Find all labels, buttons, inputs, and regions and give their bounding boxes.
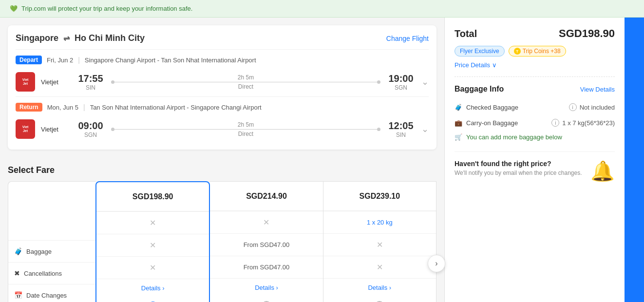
baggage-label: Baggage [26, 248, 52, 255]
return-airline-logo: VietJet [16, 119, 35, 139]
cross-icon-3-1: ✕ [377, 240, 383, 249]
checked-baggage-left: 🧳 Checked Baggage [455, 104, 518, 111]
badges-row: Flyer Exclusive T Trip Coins +38 [455, 46, 615, 57]
fare-cell-2-cancel: From SGD47.00 [210, 233, 322, 256]
baggage-header: Baggage Info View Details [455, 85, 615, 94]
return-arrive-time-block: 12:05 SIN [386, 120, 416, 138]
separator2: | [83, 103, 85, 111]
depart-airline-logo: VietJet [16, 72, 35, 92]
cancellations-label: Cancellations [24, 270, 62, 277]
depart-badge: Depart [16, 56, 42, 64]
return-chevron-button[interactable]: ⌄ [421, 124, 429, 134]
baggage-info-title: Baggage Info [455, 85, 504, 94]
change-flight-button[interactable]: Change Flight [386, 35, 429, 42]
depart-duration: 2h 5m [238, 74, 254, 81]
fare-labels-col: 🧳 Baggage ✖ Cancellations 📅 Date Changes [8, 181, 95, 302]
return-depart-code: SGN [84, 132, 97, 138]
coin-icon: T [514, 48, 521, 55]
return-airports: Tan Son Nhat International Airport - Sin… [90, 104, 262, 111]
fare-next-button[interactable]: › [428, 255, 445, 272]
fare-radio-row-3[interactable] [323, 296, 436, 302]
fare-details-button-3[interactable]: Details › [368, 284, 391, 291]
carryon-baggage-right: i 1 x 7 kg(56*36*23) [551, 119, 615, 127]
depart-airports: Singapore Changi Airport - Tan Son Nhat … [85, 57, 256, 64]
fare-details-row-2: Details › [210, 278, 322, 296]
return-duration: 2h 5m [238, 121, 254, 128]
arrive-time: 19:00 [388, 73, 413, 84]
fare-cell-2-date: From SGD47.00 [210, 256, 322, 278]
depart-chevron-button[interactable]: ⌄ [421, 76, 429, 87]
datechange-icon: 📅 [14, 291, 22, 299]
flight-header: Singapore ⇌ Ho Chi Minh City Change Flig… [16, 33, 429, 43]
fare-details-button-2[interactable]: Details › [255, 284, 278, 291]
fare-cell-2-baggage: ✕ [210, 211, 322, 233]
fare-price-3: SGD239.10 [323, 182, 436, 211]
depart-time-block: 17:55 SIN [76, 73, 105, 91]
fare-cell-3-baggage: 1 x 20 kg [323, 211, 436, 233]
fare-radio-row-1[interactable] [96, 297, 209, 302]
fare-col-3[interactable]: SGD239.10 1 x 20 kg ✕ ✕ Details › [323, 181, 436, 302]
checked-baggage-value: Not included [580, 104, 615, 111]
return-segment: Return Mon, Jun 5 | Tan Son Nhat Interna… [16, 96, 429, 142]
flight-card: Singapore ⇌ Ho Chi Minh City Change Flig… [8, 25, 436, 150]
return-depart-time-block: 09:00 SGN [76, 120, 105, 138]
return-arrive-time: 12:05 [388, 120, 413, 132]
destination-city: Ho Chi Minh City [75, 33, 145, 43]
depart-line-graphic [111, 82, 380, 82]
fare-col-1[interactable]: SGD198.90 ✕ ✕ ✕ Details › [95, 181, 210, 302]
cross-icon-1-1: ✕ [150, 241, 156, 250]
checked-baggage-label: Checked Baggage [466, 104, 518, 111]
arrive-code: SGN [395, 84, 407, 91]
fare-details-button-1[interactable]: Details › [141, 284, 165, 292]
fare-radio-row-2[interactable] [210, 296, 322, 302]
depart-code: SIN [86, 84, 95, 91]
trip-coins-label: Trip Coins +38 [523, 48, 561, 55]
checked-baggage-row: 🧳 Checked Baggage i Not included [455, 99, 615, 115]
fare-cell-3-date: ✕ [323, 256, 436, 278]
add-baggage-icon: 🛒 [455, 133, 462, 141]
carryon-baggage-value: 1 x 7 kg(56*36*23) [562, 119, 615, 127]
fare-price-1: SGD198.90 [96, 182, 209, 211]
fare-cell-1-cancel: ✕ [96, 234, 209, 256]
protection-banner: 💚 Trip.com will protect your trip and ke… [0, 0, 644, 18]
fare-labels-header-spacer [8, 211, 95, 240]
return-flight-line: 2h 5m Direct [111, 121, 380, 137]
depart-segment: Depart Fri, Jun 2 | Singapore Changi Air… [16, 49, 429, 94]
cancellation-icon: ✖ [14, 269, 20, 277]
fare-table: 🧳 Baggage ✖ Cancellations 📅 Date Changes [8, 181, 436, 302]
info-icon-carryon: i [551, 119, 559, 127]
date-changes-label: Date Changes [26, 292, 67, 299]
return-label-row: Return Mon, Jun 5 | Tan Son Nhat Interna… [16, 103, 429, 112]
trip-coins-badge: T Trip Coins +38 [509, 46, 566, 57]
return-date: Mon, Jun 5 [47, 104, 78, 111]
divider-1 [455, 76, 615, 77]
fare-label-datechanges: 📅 Date Changes [8, 284, 95, 302]
select-fare-section: Select Fare 🧳 Baggage ✖ Cancellations 📅 [8, 157, 436, 302]
depart-airline-name: Vietjet [41, 78, 70, 86]
fare-cell-1-baggage: ✕ [96, 211, 209, 234]
accent-bar [625, 18, 644, 302]
fare-details-row-1: Details › [96, 279, 209, 297]
notify-bell-icon: 🔔 [590, 160, 615, 183]
route-arrow-icon: ⇌ [63, 34, 70, 43]
right-panel: Total SGD198.90 Flyer Exclusive T Trip C… [444, 18, 625, 302]
baggage-icon: 🧳 [14, 247, 22, 255]
return-direct: Direct [238, 131, 253, 137]
price-details-label: Price Details [455, 61, 490, 69]
fare-price-2: SGD214.90 [210, 182, 322, 211]
price-details-row[interactable]: Price Details ∨ [455, 61, 615, 69]
route-title: Singapore ⇌ Ho Chi Minh City [16, 33, 145, 43]
return-airline-name: Vietjet [41, 126, 70, 133]
fare-details-row-3: Details › [323, 278, 436, 296]
shield-icon: 💚 [10, 5, 18, 12]
add-baggage-label: You can add more baggage below [466, 133, 562, 141]
view-details-button[interactable]: View Details [580, 86, 615, 93]
divider-2 [455, 151, 615, 152]
separator: | [78, 56, 80, 64]
return-line-graphic [111, 129, 380, 130]
fare-col-2[interactable]: SGD214.90 ✕ From SGD47.00 From SGD47.00 … [210, 181, 323, 302]
left-panel: Singapore ⇌ Ho Chi Minh City Change Flig… [0, 18, 444, 302]
notify-desc: We'll notify you by email when the price… [455, 170, 582, 176]
depart-date: Fri, Jun 2 [47, 57, 73, 64]
return-badge: Return [16, 103, 42, 112]
